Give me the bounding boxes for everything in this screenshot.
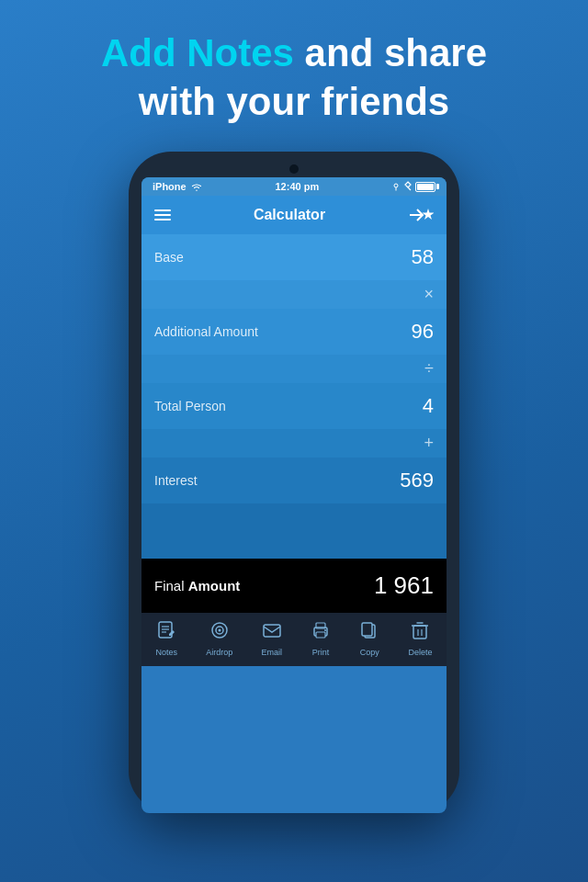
phone-shell: iPhone 12:40 pm	[129, 152, 459, 813]
svg-point-14	[324, 629, 326, 631]
base-field[interactable]: Base 58	[141, 234, 447, 280]
status-time: 12:40 pm	[275, 181, 319, 192]
status-right	[391, 181, 435, 192]
final-label: Final Amount	[154, 578, 240, 594]
svg-marker-2	[423, 209, 435, 220]
status-bar: iPhone 12:40 pm	[141, 177, 447, 196]
svg-rect-17	[413, 626, 426, 639]
phone-camera	[289, 164, 299, 174]
delete-tab-label: Delete	[408, 648, 432, 657]
total-person-value: 4	[423, 394, 434, 418]
base-value: 58	[412, 245, 434, 269]
svg-point-0	[394, 184, 398, 187]
bluetooth-icon	[404, 181, 412, 192]
additional-amount-value: 96	[412, 320, 434, 344]
carrier-label: iPhone	[153, 181, 187, 192]
notes-icon	[156, 620, 176, 645]
operator-add: +	[141, 429, 447, 458]
location-icon	[391, 182, 401, 191]
additional-amount-field[interactable]: Additional Amount 96	[141, 309, 447, 355]
battery-fill	[417, 184, 434, 190]
airdrop-tab[interactable]: Airdrop	[206, 620, 232, 657]
interest-label: Interest	[154, 473, 198, 488]
delete-icon	[410, 620, 430, 645]
nav-bar: Calculator	[141, 196, 447, 234]
hero-section: Add Notes and share with your friends	[0, 0, 588, 144]
battery-icon	[415, 182, 435, 192]
base-label: Base	[154, 250, 184, 265]
copy-tab[interactable]: Copy	[359, 620, 379, 657]
notes-tab[interactable]: Notes	[156, 620, 178, 657]
notes-tab-label: Notes	[156, 648, 178, 657]
delete-tab[interactable]: Delete	[408, 620, 432, 657]
calculator-body: Base 58 × Additional Amount 96 ÷ Total P…	[141, 234, 447, 559]
bottom-toolbar: Notes Airdrop	[141, 613, 447, 666]
operator-multiply: ×	[141, 280, 447, 309]
airdrop-icon	[209, 620, 230, 645]
email-tab[interactable]: Email	[261, 620, 282, 657]
operator-divide: ÷	[141, 355, 447, 383]
wifi-icon	[190, 182, 203, 191]
print-tab-label: Print	[312, 648, 330, 657]
hero-highlight: Add Notes	[101, 31, 294, 74]
print-tab[interactable]: Print	[311, 620, 331, 657]
svg-rect-16	[362, 623, 372, 636]
star-menu-icon	[408, 205, 434, 225]
svg-rect-10	[264, 625, 280, 637]
email-icon	[262, 620, 282, 645]
copy-icon	[359, 620, 379, 645]
interest-field[interactable]: Interest 569	[141, 458, 447, 503]
hero-line2: with your friends	[139, 80, 449, 123]
status-left: iPhone	[153, 181, 203, 192]
nav-title: Calculator	[254, 207, 325, 223]
email-tab-label: Email	[261, 648, 282, 657]
print-icon	[311, 620, 331, 645]
total-person-field[interactable]: Total Person 4	[141, 383, 447, 429]
copy-tab-label: Copy	[360, 648, 379, 657]
menu-icon[interactable]	[154, 209, 171, 220]
final-value: 1 961	[374, 571, 434, 600]
phone-screen: iPhone 12:40 pm	[141, 177, 447, 813]
favorites-button[interactable]	[408, 205, 434, 225]
svg-rect-12	[316, 632, 325, 638]
airdrop-tab-label: Airdrop	[206, 648, 232, 657]
additional-amount-label: Additional Amount	[154, 324, 258, 339]
hero-rest: and share	[294, 31, 487, 74]
calc-spacer	[141, 503, 447, 559]
interest-value: 569	[400, 469, 434, 492]
phone-mockup: iPhone 12:40 pm	[0, 152, 588, 813]
svg-point-9	[218, 629, 220, 632]
total-person-label: Total Person	[154, 399, 226, 413]
final-amount-bar: Final Amount 1 961	[141, 559, 447, 613]
